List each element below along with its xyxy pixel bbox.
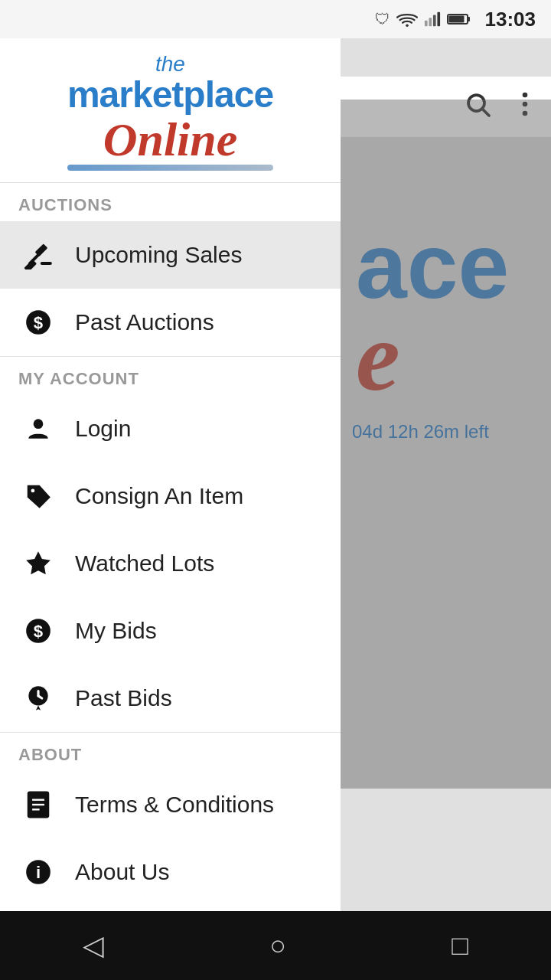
sidebar-item-my-bids[interactable]: $ My Bids: [0, 597, 341, 665]
sidebar-item-consign[interactable]: Consign An Item: [0, 462, 341, 530]
upcoming-sales-label: Upcoming Sales: [75, 242, 242, 268]
clock-pin-icon: [18, 678, 58, 718]
about-section-header: ABOUT: [0, 733, 341, 771]
my-account-section-header: MY ACCOUNT: [0, 357, 341, 395]
logo-the-text: the: [67, 54, 273, 75]
status-bar: 🛡 13:03: [0, 0, 551, 38]
svg-point-18: [34, 419, 44, 429]
overlay-dim: [341, 100, 551, 789]
sidebar-item-about-us[interactable]: i About Us: [0, 838, 341, 906]
consign-item-label: Consign An Item: [75, 483, 243, 509]
recent-apps-button[interactable]: □: [429, 922, 491, 969]
person-icon: [18, 409, 58, 449]
svg-point-10: [523, 92, 528, 97]
sidebar-item-past-bids[interactable]: Past Bids: [0, 665, 341, 732]
my-bids-label: My Bids: [75, 618, 157, 644]
star-icon: [18, 544, 58, 583]
back-button[interactable]: ◁: [60, 922, 127, 969]
my-bids-icon: $: [18, 611, 58, 651]
wifi-icon: [396, 11, 418, 28]
svg-rect-3: [432, 15, 435, 27]
svg-rect-2: [429, 18, 432, 26]
navigation-drawer: the marketplace Online AUCTIONS Upcoming…: [0, 38, 341, 942]
watched-lots-label: Watched Lots: [75, 550, 214, 577]
sidebar-item-login[interactable]: Login: [0, 395, 341, 462]
svg-point-19: [31, 488, 35, 492]
tag-icon: [18, 476, 58, 516]
shield-icon: 🛡: [375, 11, 390, 28]
info-icon: i: [18, 852, 58, 892]
logo-online-text: Online: [67, 116, 273, 163]
sidebar-item-terms[interactable]: Terms & Conditions: [0, 771, 341, 838]
svg-text:$: $: [34, 313, 44, 332]
terms-conditions-label: Terms & Conditions: [75, 792, 274, 818]
battery-icon: [447, 12, 471, 26]
svg-text:$: $: [34, 622, 44, 641]
past-auctions-label: Past Auctions: [75, 309, 214, 335]
status-time: 13:03: [485, 8, 536, 31]
sidebar-item-watched-lots[interactable]: Watched Lots: [0, 530, 341, 597]
gavel-icon: [18, 235, 58, 275]
status-icons: 🛡 13:03: [375, 8, 536, 31]
sidebar-item-upcoming-sales[interactable]: Upcoming Sales: [0, 221, 341, 289]
signal-icon: [424, 11, 441, 28]
logo-underline: [67, 165, 273, 171]
document-icon: [18, 785, 58, 825]
svg-rect-7: [448, 16, 464, 23]
login-label: Login: [75, 416, 131, 442]
svg-rect-4: [437, 12, 440, 26]
svg-point-0: [406, 24, 409, 26]
svg-text:i: i: [36, 863, 41, 882]
dollar-circle-icon: $: [18, 302, 58, 342]
sidebar-item-past-auctions[interactable]: $ Past Auctions: [0, 289, 341, 356]
svg-rect-1: [424, 21, 427, 26]
drawer-logo: the marketplace Online: [0, 38, 341, 183]
home-button[interactable]: ○: [246, 922, 309, 969]
auctions-section-header: AUCTIONS: [0, 183, 341, 221]
svg-marker-20: [26, 551, 51, 574]
logo-marketplace-text: marketplace: [67, 75, 273, 116]
svg-rect-6: [468, 17, 470, 21]
past-bids-label: Past Bids: [75, 685, 172, 711]
about-us-label: About Us: [75, 859, 169, 885]
navigation-bar: ◁ ○ □: [0, 911, 551, 980]
